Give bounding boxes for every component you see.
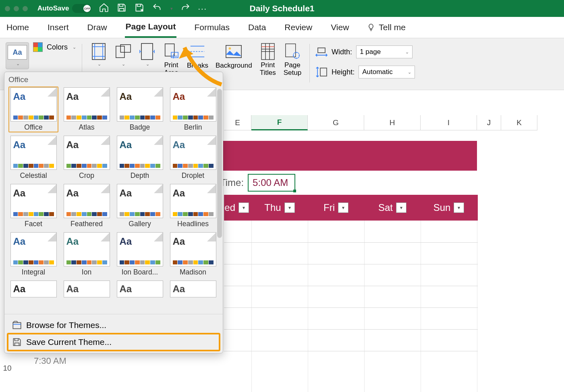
col-I[interactable]: I [421,115,477,130]
tab-review[interactable]: Review [284,17,313,38]
undo-dropdown[interactable]: ▾ [170,6,173,11]
svg-rect-9 [171,52,178,58]
themes-button[interactable]: Aa ⌄ [6,42,29,69]
zoom-window[interactable] [23,6,28,11]
orientation-button[interactable]: ⌄ [112,42,134,68]
minimize-window[interactable] [14,6,19,11]
day-wed[interactable]: ed▾ [224,195,251,221]
tab-data[interactable]: Data [247,17,267,38]
undo-icon[interactable] [152,2,162,14]
svg-rect-6 [120,45,131,52]
size-button[interactable]: ⌄ [136,42,158,68]
start-time-row: Time: 5:00 AM [220,174,295,192]
filter-dropdown-icon[interactable]: ▾ [338,202,348,213]
col-J[interactable]: J [477,115,501,130]
tell-me[interactable]: Tell me [367,23,406,32]
grid-lines [224,221,478,392]
theme-ion-board-[interactable]: AaIon Board... [115,231,165,277]
theme-depth[interactable]: AaDepth [115,135,165,181]
theme-partial[interactable]: Aa [168,280,218,298]
height-select[interactable]: Automatic⌄ [359,66,415,78]
margins-icon [90,43,107,60]
theme-ion[interactable]: AaIon [62,231,112,277]
tab-insert[interactable]: Insert [47,17,70,38]
col-K[interactable]: K [501,115,537,130]
breaks-button[interactable]: Breaks [185,42,211,70]
theme-partial[interactable]: Aa [115,280,165,298]
save-as-icon[interactable] [134,2,145,14]
width-label: Width: [332,48,352,56]
theme-crop[interactable]: AaCrop [62,135,112,181]
quick-access-toolbar: ▾ ··· [99,2,207,14]
margins-button[interactable]: ⌄ [88,42,110,68]
background-label: Background [216,62,252,70]
tab-view[interactable]: View [330,17,350,38]
bulb-icon [367,23,375,32]
browse-themes-label: Browse for Themes... [26,320,106,330]
height-label: Height: [332,68,355,76]
day-thu[interactable]: Thu▾ [251,195,308,221]
theme-label: Madison [180,268,206,276]
theme-berlin[interactable]: AaBerlin [168,87,218,132]
theme-label: Headlines [177,220,209,228]
theme-badge[interactable]: AaBadge [115,87,165,132]
width-select[interactable]: 1 page⌄ [356,45,413,58]
filter-dropdown-icon[interactable]: ▾ [238,202,249,213]
more-icon[interactable]: ··· [198,4,207,13]
col-F[interactable]: F [251,115,308,130]
save-icon[interactable] [116,2,127,14]
size-icon [139,43,156,60]
background-button[interactable]: Background [213,42,255,70]
theme-facet[interactable]: AaFacet [8,183,58,229]
save-current-theme-label: Save Current Theme... [26,337,112,347]
breaks-icon [189,43,206,60]
svg-rect-8 [165,44,174,56]
page-setup-button[interactable]: Page Setup [281,42,304,77]
autosave-toggle[interactable]: OFF [72,4,91,13]
theme-office[interactable]: AaOffice [8,87,58,132]
col-H[interactable]: H [364,115,421,130]
days-header-row: ed▾ Thu▾ Fri▾ Sat▾ Sun▾ [224,195,478,221]
theme-integral[interactable]: AaIntegral [8,231,58,277]
theme-gallery[interactable]: AaGallery [115,183,165,229]
svg-rect-7 [141,43,153,60]
theme-madison[interactable]: AaMadison [168,231,218,277]
day-fri[interactable]: Fri▾ [308,195,364,221]
filter-dropdown-icon[interactable]: ▾ [454,202,464,213]
start-time-cell[interactable]: 5:00 AM [248,174,295,192]
filter-dropdown-icon[interactable]: ▾ [284,202,295,213]
document-title: Daily Schedule1 [249,4,314,13]
theme-partial[interactable]: Aa [8,280,58,298]
theme-headlines[interactable]: AaHeadlines [168,183,218,229]
col-G[interactable]: G [308,115,364,130]
height-icon [315,66,328,78]
theme-feathered[interactable]: AaFeathered [62,183,112,229]
theme-atlas[interactable]: AaAtlas [62,87,112,132]
home-icon[interactable] [99,2,109,14]
colors-button[interactable]: Colors ⌄ [33,42,76,52]
theme-label: Celestial [20,171,47,180]
browse-themes-item[interactable]: Browse for Themes... [8,317,220,334]
tab-page-layout[interactable]: Page Layout [125,17,177,38]
day-sat[interactable]: Sat▾ [364,195,421,221]
theme-celestial[interactable]: AaCelestial [8,135,58,181]
row-number-10[interactable]: 10 [0,364,15,373]
filter-dropdown-icon[interactable]: ▾ [396,202,406,213]
themes-scrollbar[interactable] [217,89,222,238]
tab-draw[interactable]: Draw [87,17,108,38]
background-icon [225,43,242,60]
time-row-label: 7:30 AM [34,356,66,366]
tab-formulas[interactable]: Formulas [193,17,230,38]
day-sun[interactable]: Sun▾ [421,195,477,221]
close-window[interactable] [5,6,10,11]
col-E[interactable]: E [224,115,251,130]
save-current-theme-item[interactable]: Save Current Theme... [8,334,220,351]
theme-label: Integral [22,268,45,276]
print-titles-button[interactable]: Print Titles [257,42,279,77]
theme-label: Badge [130,123,150,132]
tab-home[interactable]: Home [6,17,30,38]
save-theme-icon [12,337,22,347]
redo-icon[interactable] [180,2,191,14]
theme-partial[interactable]: Aa [62,280,112,298]
theme-droplet[interactable]: AaDroplet [168,135,218,181]
